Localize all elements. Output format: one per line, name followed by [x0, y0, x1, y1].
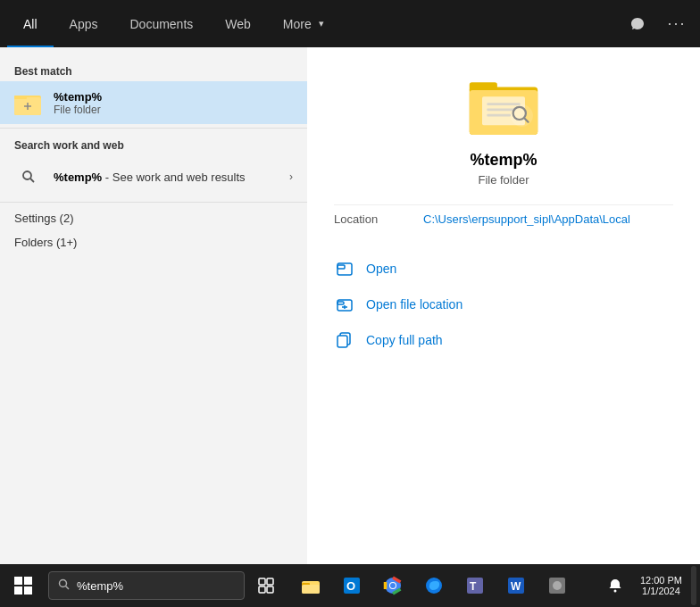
tab-more[interactable]: More ▾ — [267, 0, 340, 47]
tab-apps[interactable]: Apps — [54, 0, 114, 47]
svg-point-29 — [60, 580, 67, 587]
svg-rect-11 — [487, 103, 520, 105]
action-open[interactable]: Open — [334, 251, 673, 287]
svg-rect-34 — [267, 586, 273, 593]
svg-point-5 — [23, 171, 31, 179]
svg-rect-18 — [338, 265, 345, 269]
svg-rect-37 — [302, 585, 320, 594]
taskbar-search-value: %temp% — [77, 579, 123, 593]
copy-icon — [334, 329, 355, 351]
svg-rect-33 — [259, 586, 265, 593]
show-desktop-button[interactable] — [691, 566, 696, 605]
action-open-file-location[interactable]: Open file location — [334, 287, 673, 322]
tab-documents[interactable]: Documents — [113, 0, 209, 47]
svg-rect-28 — [24, 586, 32, 595]
search-work-web-header: Search work and web — [0, 132, 307, 155]
svg-rect-27 — [14, 586, 22, 595]
svg-text:O: O — [346, 579, 355, 593]
best-match-header: Best match — [0, 58, 307, 81]
svg-rect-31 — [259, 578, 265, 585]
taskbar-edge[interactable] — [414, 566, 454, 605]
action-copy-full-path-label: Copy full path — [366, 333, 443, 347]
best-match-text: %temp% File folder — [54, 90, 102, 116]
open-file-location-icon — [334, 294, 355, 315]
item-type: File folder — [478, 173, 529, 187]
taskbar-search-icon — [58, 578, 70, 593]
svg-rect-12 — [487, 109, 515, 112]
best-match-item[interactable]: %temp% File folder — [0, 81, 307, 124]
taskbar-extra-app[interactable] — [538, 566, 577, 605]
settings-link[interactable]: Settings (2) — [0, 206, 307, 230]
svg-text:W: W — [511, 580, 521, 593]
start-button[interactable] — [4, 566, 43, 605]
taskbar-file-explorer[interactable] — [291, 566, 330, 605]
main-content: Best match %temp% File folder Search wor… — [0, 47, 700, 564]
item-name: %temp% — [470, 151, 537, 170]
feedback-button[interactable] — [621, 8, 654, 40]
search-web-query: %temp% - See work and web results — [54, 170, 279, 184]
svg-line-30 — [66, 586, 70, 590]
taskbar-right-area: 12:00 PM 1/1/2024 — [599, 566, 696, 605]
search-web-item[interactable]: %temp% - See work and web results › — [0, 155, 307, 198]
svg-rect-32 — [267, 578, 273, 585]
svg-rect-20 — [338, 302, 344, 304]
clock-display: 12:00 PM 1/1/2024 — [633, 566, 689, 605]
location-label: Location — [334, 212, 423, 226]
taskbar: %temp% O — [0, 564, 700, 607]
taskbar-outlook[interactable]: O — [332, 566, 371, 605]
open-icon — [334, 258, 355, 279]
best-match-title: %temp% — [54, 90, 102, 104]
search-icon — [14, 162, 43, 191]
more-chevron-icon: ▾ — [319, 18, 324, 29]
search-nav: All Apps Documents Web More ▾ ··· — [0, 0, 700, 47]
taskbar-notification[interactable] — [599, 566, 631, 605]
taskview-button[interactable] — [246, 566, 286, 605]
taskbar-chrome[interactable] — [373, 566, 412, 605]
folder-icon — [14, 88, 43, 117]
location-row: Location C:\Users\erpsupport_sipl\AppDat… — [334, 204, 673, 233]
tab-all[interactable]: All — [7, 0, 54, 47]
svg-rect-25 — [14, 577, 22, 585]
more-options-button[interactable]: ··· — [661, 8, 693, 40]
action-copy-full-path[interactable]: Copy full path — [334, 322, 673, 358]
folders-link[interactable]: Folders (1+) — [0, 230, 307, 254]
location-value[interactable]: C:\Users\erpsupport_sipl\AppData\Local — [423, 212, 630, 226]
taskbar-apps: O T — [291, 566, 577, 605]
left-panel: Best match %temp% File folder Search wor… — [0, 47, 307, 564]
divider-1 — [0, 128, 307, 129]
taskbar-teams[interactable]: T — [455, 566, 495, 605]
svg-point-42 — [390, 583, 396, 588]
svg-text:T: T — [470, 580, 477, 593]
nav-tabs: All Apps Documents Web More ▾ — [7, 0, 340, 47]
best-match-subtitle: File folder — [54, 104, 102, 116]
svg-point-49 — [553, 581, 562, 590]
svg-point-50 — [613, 590, 616, 593]
action-open-file-location-label: Open file location — [366, 297, 462, 312]
svg-rect-13 — [487, 114, 511, 117]
svg-rect-26 — [24, 577, 32, 585]
svg-rect-24 — [338, 336, 347, 347]
taskbar-search-box[interactable]: %temp% — [48, 571, 245, 600]
divider-2 — [0, 202, 307, 203]
right-panel: %temp% File folder Location C:\Users\erp… — [307, 47, 700, 564]
svg-rect-2 — [14, 96, 27, 99]
action-list: Open Open file location — [334, 251, 673, 358]
folder-large-icon — [468, 74, 539, 137]
nav-icon-group: ··· — [621, 8, 693, 40]
svg-line-6 — [30, 179, 34, 182]
taskbar-word[interactable]: W — [496, 566, 536, 605]
tab-web[interactable]: Web — [209, 0, 267, 47]
chevron-right-icon: › — [289, 170, 293, 183]
action-open-label: Open — [366, 262, 396, 276]
